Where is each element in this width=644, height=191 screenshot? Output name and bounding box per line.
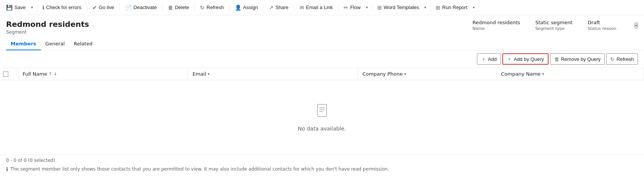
- delete-icon: 🗑: [168, 5, 173, 11]
- delete-button[interactable]: 🗑 Delete: [165, 2, 192, 14]
- run-report-chevron[interactable]: ▾: [471, 2, 476, 14]
- table-info: ℹ The segment member list only shows tho…: [6, 166, 638, 172]
- meta-status-label: Status reason: [588, 26, 616, 31]
- grid-refresh-icon: ↻: [610, 56, 614, 62]
- separator-4: [162, 4, 163, 11]
- separator-2: [87, 4, 87, 11]
- share-button[interactable]: ↗ Share: [266, 2, 292, 14]
- tab-general[interactable]: General: [41, 38, 69, 50]
- data-table: Full Name ↑ ↓ Email ▾ Company Phon: [0, 68, 644, 154]
- select-all-checkbox[interactable]: [3, 71, 8, 77]
- sort-asc-icon: ↑: [48, 71, 52, 76]
- separator-7: [263, 4, 264, 11]
- toolbar: 💾 Save ▾ ℹ Check for errors ✔ Go live 📄 …: [0, 0, 644, 15]
- add-button[interactable]: ＋ Add: [477, 53, 501, 65]
- separator-6: [229, 4, 230, 11]
- save-icon: 💾: [6, 5, 13, 11]
- run-report-icon: ⊞: [436, 5, 440, 11]
- remove-by-query-icon: 🗑: [554, 56, 559, 62]
- flow-button[interactable]: ✏ Flow: [341, 2, 363, 14]
- svg-rect-0: [317, 104, 327, 116]
- content-area: ＋ Add ＋ Add by Query 🗑 Remove by Query ↻…: [0, 50, 644, 175]
- check-errors-icon: ℹ: [42, 5, 44, 11]
- grid-toolbar: ＋ Add ＋ Add by Query 🗑 Remove by Query ↻…: [0, 50, 644, 68]
- deactivate-icon: 📄: [125, 5, 131, 11]
- word-templates-button[interactable]: ⊞ Word Templates: [374, 2, 422, 14]
- email-col-chevron: ▾: [208, 72, 209, 76]
- info-text: The segment member list only shows those…: [10, 166, 389, 172]
- remove-by-query-button[interactable]: 🗑 Remove by Query: [550, 53, 605, 65]
- separator-3: [119, 4, 120, 11]
- tab-members[interactable]: Members: [6, 38, 41, 50]
- refresh-button[interactable]: ↻ Refresh: [197, 2, 227, 14]
- column-full-name[interactable]: Full Name ↑ ↓: [18, 68, 188, 80]
- empty-state-text: No data available.: [298, 126, 346, 132]
- column-company-name[interactable]: Company Name ▾: [496, 68, 644, 80]
- meta-status-value: Draft: [588, 20, 616, 25]
- email-link-button[interactable]: ✉ Email a Link: [297, 2, 336, 14]
- company-col-chevron: ▾: [542, 72, 544, 76]
- table-header-row: Full Name ↑ ↓ Email ▾ Company Phon: [0, 68, 644, 80]
- page-meta: Redmond residents Name Static segment Se…: [472, 20, 638, 31]
- save-button[interactable]: 💾 Save: [3, 2, 29, 14]
- separator-5: [194, 4, 195, 11]
- sort-desc-icon: ↓: [54, 71, 57, 76]
- assign-button[interactable]: 👤 Assign: [232, 2, 261, 14]
- page-title-section: Redmond residents Segment: [6, 20, 89, 35]
- column-checkbox[interactable]: [0, 68, 18, 80]
- meta-expand-chevron[interactable]: ▾: [635, 23, 638, 28]
- separator-1: [37, 4, 37, 11]
- assign-icon: 👤: [235, 5, 241, 11]
- column-email[interactable]: Email ▾: [188, 68, 358, 80]
- table-footer: 0 - 0 of 0 (0 selected) ℹ The segment me…: [0, 154, 644, 175]
- meta-name-label: Name: [472, 26, 520, 31]
- email-icon: ✉: [300, 5, 304, 11]
- column-company-phone[interactable]: Company Phone ▾: [358, 68, 496, 80]
- add-by-query-icon: ＋: [507, 56, 512, 62]
- separator-9: [338, 4, 338, 11]
- tabs: Members General Related: [0, 38, 644, 50]
- deactivate-button[interactable]: 📄 Deactivate: [122, 2, 159, 14]
- empty-state-icon: [314, 103, 330, 121]
- go-live-button[interactable]: ✔ Go live: [89, 2, 117, 14]
- refresh-icon: ↻: [200, 5, 205, 11]
- empty-state: No data available.: [0, 80, 644, 154]
- meta-type-value: Static segment: [535, 20, 572, 25]
- meta-type-label: Segment type: [535, 26, 572, 31]
- page-header: Redmond residents Segment Redmond reside…: [0, 15, 644, 35]
- tab-related[interactable]: Related: [69, 38, 97, 50]
- phone-col-chevron: ▾: [404, 72, 406, 76]
- word-templates-icon: ⊞: [377, 5, 382, 11]
- check-errors-button[interactable]: ℹ Check for errors: [39, 2, 84, 14]
- save-chevron[interactable]: ▾: [30, 2, 34, 14]
- meta-type: Static segment Segment type: [535, 20, 572, 31]
- grid-refresh-button[interactable]: ↻ Refresh: [606, 53, 638, 65]
- info-icon: ℹ: [6, 166, 8, 172]
- flow-icon: ✏: [344, 5, 348, 11]
- go-live-icon: ✔: [92, 5, 97, 11]
- page-title: Redmond residents: [6, 20, 89, 29]
- share-icon: ↗: [269, 5, 274, 11]
- page-subtitle: Segment: [6, 30, 89, 35]
- add-icon: ＋: [481, 56, 486, 62]
- flow-chevron[interactable]: ▾: [364, 2, 369, 14]
- run-report-button[interactable]: ⊞ Run Report: [433, 2, 470, 14]
- meta-name: Redmond residents Name: [472, 20, 520, 31]
- separator-10: [372, 4, 372, 11]
- empty-state-row: No data available.: [0, 80, 644, 155]
- meta-name-value: Redmond residents: [472, 20, 520, 25]
- add-by-query-button[interactable]: ＋ Add by Query: [502, 53, 549, 65]
- record-count: 0 - 0 of 0 (0 selected): [6, 158, 638, 163]
- meta-status: Draft Status reason: [588, 20, 616, 31]
- table-container: Full Name ↑ ↓ Email ▾ Company Phon: [0, 68, 644, 154]
- separator-8: [294, 4, 294, 11]
- word-templates-chevron[interactable]: ▾: [423, 2, 428, 14]
- separator-11: [430, 4, 430, 11]
